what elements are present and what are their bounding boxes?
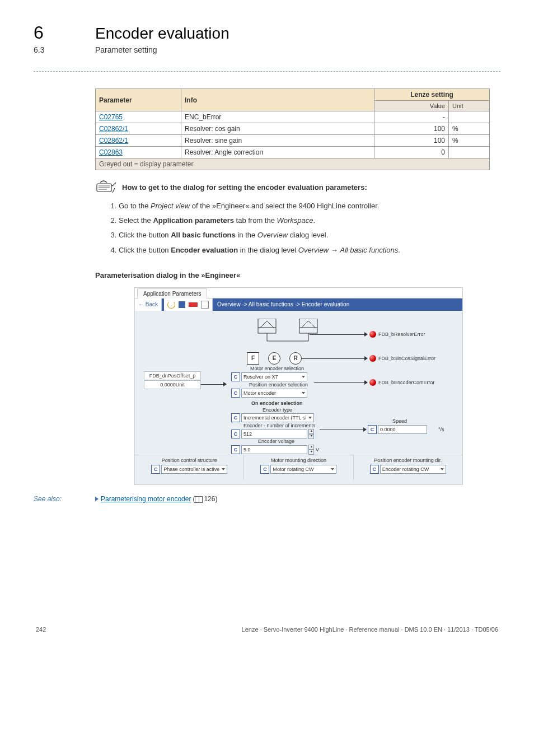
- step-3: Click the button All basic functions in …: [119, 230, 500, 240]
- diagram-svg: [247, 319, 331, 352]
- param-info: ENC_bError: [181, 111, 374, 123]
- arrow-icon: [364, 332, 368, 337]
- param-value: 100: [374, 135, 449, 147]
- arrow-icon: [223, 382, 227, 386]
- breadcrumb: Overview -> All basic functions -> Encod…: [213, 301, 349, 307]
- speed-unit: °/s: [438, 427, 444, 432]
- c-button[interactable]: C: [260, 465, 269, 474]
- encoder-increments-input[interactable]: 512: [241, 430, 307, 438]
- parameter-table: Parameter Info Lenze setting Value Unit …: [95, 88, 490, 170]
- footer-text: Lenze · Servo-Inverter 9400 HighLine · R…: [242, 626, 498, 633]
- howto-heading: How to get to the dialog for setting the…: [122, 183, 367, 192]
- encoder-voltage-input[interactable]: 5.0: [241, 445, 307, 454]
- c-button[interactable]: C: [151, 465, 160, 474]
- arrow-icon: [364, 356, 368, 361]
- howto-icon: [95, 180, 119, 194]
- volt-unit: V: [316, 447, 319, 452]
- th-parameter: Parameter: [96, 89, 181, 111]
- ss-tab[interactable]: Application Parameters: [137, 288, 207, 298]
- arrow-right-icon: [95, 497, 99, 501]
- spinner[interactable]: ▴▾: [308, 445, 314, 455]
- param-value: 100: [374, 123, 449, 135]
- c-button[interactable]: C: [231, 445, 240, 454]
- spinner[interactable]: ▴▾: [308, 429, 314, 439]
- c-button[interactable]: C: [231, 430, 240, 438]
- out-sincos-error: FDB_bSinCosSignalError: [378, 356, 435, 361]
- position-encoder-select[interactable]: Motor encoder: [241, 389, 307, 398]
- see-also-link[interactable]: Parameterising motor encoder: [101, 495, 191, 503]
- enc-incr-label: Encoder - number of increments: [243, 423, 316, 428]
- table-footer-note: Greyed out = display parameter: [96, 158, 490, 170]
- arrow-icon: [363, 427, 367, 432]
- th-value: Value: [374, 101, 449, 111]
- chapter-title: Encoder evaluation: [95, 25, 229, 43]
- pos-enc-mount-select[interactable]: Encoder rotating CW: [380, 465, 446, 474]
- back-button[interactable]: ← Back: [135, 298, 162, 311]
- th-unit: Unit: [449, 101, 490, 111]
- toolbar-icons: [164, 298, 213, 311]
- encoder-type-select[interactable]: Incremental encoder (TTL si: [241, 413, 314, 422]
- param-unit: [449, 111, 490, 123]
- param-link[interactable]: C02862/1: [96, 123, 181, 135]
- param-info: Resolver: cos gain: [181, 123, 374, 135]
- speed-label: Speed: [392, 418, 407, 424]
- expand-icon[interactable]: [179, 301, 185, 308]
- see-also-label: See also:: [34, 495, 95, 503]
- param-unit: [449, 147, 490, 158]
- step-1: Go to the Project view of the »Engineer«…: [119, 201, 500, 211]
- pos-enc-caption: Position encoder selection: [249, 382, 308, 388]
- b1-label: Position control structure: [135, 458, 243, 463]
- c-button[interactable]: C: [231, 389, 240, 398]
- divider: [34, 71, 500, 72]
- pin-icon[interactable]: [189, 302, 198, 307]
- refresh-icon[interactable]: [167, 301, 175, 309]
- section-number: 6.3: [34, 45, 95, 54]
- enc-type-label: Encoder type: [263, 407, 292, 413]
- engineer-screenshot: Application Parameters ← Back Overview -…: [134, 287, 463, 485]
- c-button[interactable]: C: [368, 425, 377, 434]
- param-value: 0: [374, 147, 449, 158]
- node-r: R: [289, 352, 302, 365]
- step-2: Select the Application parameters tab fr…: [119, 216, 500, 226]
- param-link[interactable]: C02862/1: [96, 135, 181, 147]
- param-unit: %: [449, 123, 490, 135]
- out-resolver-error: FDB_bResolverError: [378, 332, 425, 337]
- param-link[interactable]: C02765: [96, 111, 181, 123]
- b2-label: Motor mounting direction: [244, 458, 353, 463]
- node-caption: Motor encoder selection: [250, 366, 304, 371]
- speed-output: 0.0000: [378, 425, 427, 434]
- status-dot: [369, 379, 376, 386]
- c-button[interactable]: C: [231, 372, 240, 381]
- param-unit: %: [449, 135, 490, 147]
- status-dot: [369, 331, 376, 338]
- b3-label: Position encoder mounting dir.: [354, 458, 462, 463]
- th-lenze: Lenze setting: [374, 89, 490, 101]
- status-dot: [369, 355, 376, 362]
- input-pos-offset: FDB_dnPosOffset_p: [144, 371, 201, 380]
- dialog-heading: Parameterisation dialog in the »Engineer…: [95, 271, 500, 279]
- param-link[interactable]: C02863: [96, 147, 181, 158]
- pos-ctrl-select[interactable]: Phase controller is active: [161, 465, 227, 474]
- motor-mount-select[interactable]: Motor rotating CW: [270, 465, 336, 474]
- node-f: F: [247, 352, 259, 365]
- param-value: -: [374, 111, 449, 123]
- input-pos-offset-val: 0.0000Unit: [144, 380, 201, 389]
- section-title: Parameter setting: [95, 45, 157, 54]
- enc-volt-label: Encoder voltage: [258, 438, 294, 444]
- see-also-page: (126): [193, 495, 217, 503]
- c-button[interactable]: C: [370, 465, 379, 474]
- param-info: Resolver: sine gain: [181, 135, 374, 147]
- node-e: E: [268, 352, 280, 365]
- th-info: Info: [181, 89, 374, 111]
- chapter-number: 6: [34, 22, 95, 43]
- doc-icon[interactable]: [201, 301, 209, 309]
- c-button[interactable]: C: [231, 413, 240, 422]
- page-number: 242: [36, 626, 46, 633]
- param-info: Resolver: Angle correction: [181, 147, 374, 158]
- motor-encoder-select[interactable]: Resolver on X7: [241, 372, 307, 381]
- book-icon: [195, 496, 203, 503]
- steps-list: Go to the Project view of the »Engineer«…: [119, 201, 500, 255]
- enc-sel-header: On encoder selection: [251, 400, 303, 406]
- arrow-icon: [364, 380, 368, 385]
- out-encodercom-error: FDB_bEncoderComError: [378, 380, 435, 385]
